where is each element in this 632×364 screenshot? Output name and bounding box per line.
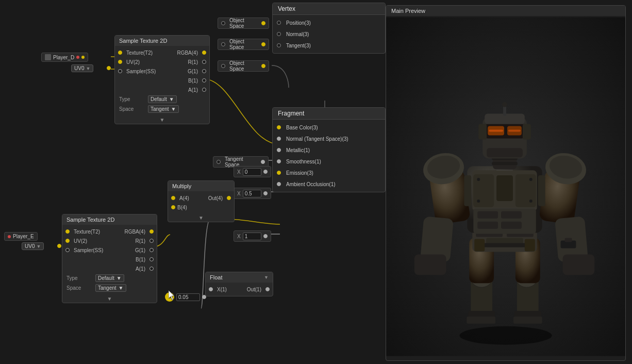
fragment-node: Fragment Base Color(3) Normal (Tangent S…	[272, 107, 386, 192]
vertex-port-normal: Normal(3)	[273, 28, 385, 40]
preview-title: Main Preview	[391, 8, 425, 14]
svg-rect-7	[513, 317, 542, 324]
object-space-normal: Object Space	[218, 39, 269, 50]
frag-smooth-dot	[277, 159, 281, 163]
fragment-port-smoothness: Smoothness(1)	[273, 156, 385, 167]
preview-header: Main Preview	[386, 6, 625, 16]
st2-space-select[interactable]: Tangent ▼	[95, 284, 126, 292]
player-d-dot-red	[76, 56, 79, 59]
sample-texture-2-node: Sample Texture 2D Texture(T2) RGBA(4) UV…	[62, 214, 157, 303]
st1-uv-in-dot	[118, 60, 122, 64]
float-value-input[interactable]	[176, 293, 200, 301]
uv0-label-bottom: UV0	[25, 243, 35, 249]
fragment-port-metallic: Metallic(1)	[273, 144, 385, 156]
object-space-tangent: Object Space	[218, 60, 269, 72]
fragment-header: Fragment	[273, 108, 385, 120]
frag-normal-dot	[277, 137, 281, 141]
ts-in-dot	[217, 160, 221, 164]
ts-out-dot	[261, 160, 265, 164]
metallic-input[interactable]	[243, 168, 261, 176]
st2-space-row: Space Tangent ▼	[62, 283, 157, 293]
uv0-badge-bottom[interactable]: UV0 ▼	[22, 242, 44, 250]
svg-rect-59	[565, 238, 572, 242]
st1-a-out-dot	[202, 88, 206, 92]
svg-rect-38	[563, 254, 595, 275]
metallic-out-dot	[263, 170, 268, 174]
svg-rect-55	[487, 148, 523, 157]
st1-b-row: B(1)	[115, 76, 209, 85]
vertex-title: Vertex	[278, 5, 295, 12]
svg-point-52	[502, 102, 507, 107]
multiply-b-row: B(4)	[168, 203, 234, 212]
svg-point-22	[477, 178, 480, 181]
st1-r-out-dot	[202, 60, 206, 64]
st2-g-out-dot	[149, 248, 154, 252]
object-space-tangent-label: Object Space	[229, 60, 259, 72]
st2-type-select[interactable]: Default ▼	[95, 274, 124, 282]
frag-metallic-label: Metallic(1)	[286, 147, 310, 153]
st1-b-out-dot	[202, 78, 206, 82]
float-x-in-dot	[209, 287, 213, 291]
float-port-row: X(1) Out(1)	[206, 285, 273, 294]
svg-rect-61	[525, 239, 535, 252]
ao-value-box: X	[234, 230, 271, 242]
object-space-position: Object Space	[218, 18, 269, 29]
st2-uv-in-dot	[65, 239, 70, 243]
fragment-port-basecolor: Base Color(3)	[273, 122, 385, 133]
player-d-dot-yellow	[81, 56, 85, 59]
st2-sampler-row: Sampler(SS) G(1)	[62, 245, 157, 255]
st2-type-row: Type Default ▼	[62, 273, 157, 283]
st1-type-row: Type Default ▼	[115, 94, 209, 104]
player-d-label: Player_D	[53, 55, 74, 60]
st2-tex-in-dot	[65, 229, 70, 234]
svg-point-1	[459, 326, 552, 345]
vertex-node: Vertex Position(3) Normal(3) Tangent(3)	[272, 3, 386, 54]
preview-body	[386, 16, 625, 357]
st1-type-select[interactable]: Default ▼	[148, 95, 177, 103]
st1-texture-row: Texture(T2) RGBA(4)	[115, 48, 209, 57]
smoothness-input[interactable]	[243, 190, 261, 197]
vertex-normal-label: Normal(3)	[286, 31, 309, 37]
st2-rgba-out-dot	[149, 229, 154, 234]
st2-uv-row: UV(2) R(1)	[62, 236, 157, 245]
os-pos-out-dot	[221, 21, 225, 25]
fragment-port-ao: Ambient Occlusion(1)	[273, 178, 385, 190]
st1-footer: ▼	[115, 116, 209, 124]
float-body: X(1) Out(1)	[206, 283, 273, 296]
svg-rect-6	[467, 317, 495, 324]
object-space-position-label: Object Space	[229, 18, 259, 29]
fragment-port-emission: Emission(3)	[273, 167, 385, 178]
st1-a-row: A(1)	[115, 85, 209, 94]
st2-r-out-dot	[149, 239, 154, 243]
smooth-x-label: X	[237, 191, 241, 196]
fragment-body: Base Color(3) Normal (Tangent Space)(3) …	[273, 120, 385, 192]
multiply-b-in-dot	[171, 205, 175, 209]
svg-rect-29	[477, 222, 498, 229]
svg-point-24	[477, 200, 480, 203]
sample-texture-1-header: Sample Texture 2D	[115, 36, 209, 46]
multiply-body: A(4) Out(4) B(4)	[168, 191, 234, 214]
svg-rect-53	[478, 124, 487, 140]
sample-texture-1-node: Sample Texture 2D Texture(T2) RGBA(4) UV…	[114, 35, 210, 124]
player-e-badge: Player_E	[4, 232, 38, 241]
st2-footer: ▼	[62, 295, 157, 303]
player-e-label: Player_E	[13, 234, 34, 239]
multiply-a-row: A(4) Out(4)	[168, 193, 234, 203]
st2-texture-row: Texture(T2) RGBA(4)	[62, 227, 157, 236]
cursor	[169, 290, 175, 296]
metallic-value-box: X	[234, 166, 271, 177]
ao-input[interactable]	[243, 233, 261, 240]
vertex-normal-in-dot	[277, 32, 281, 36]
st1-space-select[interactable]: Tangent ▼	[148, 105, 179, 113]
frag-smooth-label: Smoothness(1)	[286, 159, 321, 164]
st2-a-out-dot	[149, 267, 154, 271]
uv0-badge-top[interactable]: UV0 ▼	[71, 64, 93, 72]
os-tang-dot-right	[261, 64, 265, 68]
smoothness-out-dot	[263, 191, 268, 195]
frag-emission-dot	[277, 171, 281, 175]
uv0-label: UV0	[74, 65, 84, 71]
main-preview-panel: Main Preview	[386, 5, 626, 361]
vertex-port-tangent: Tangent(3)	[273, 40, 385, 51]
multiply-header: Multiply	[168, 181, 234, 191]
multiply-footer: ▼	[168, 214, 234, 222]
